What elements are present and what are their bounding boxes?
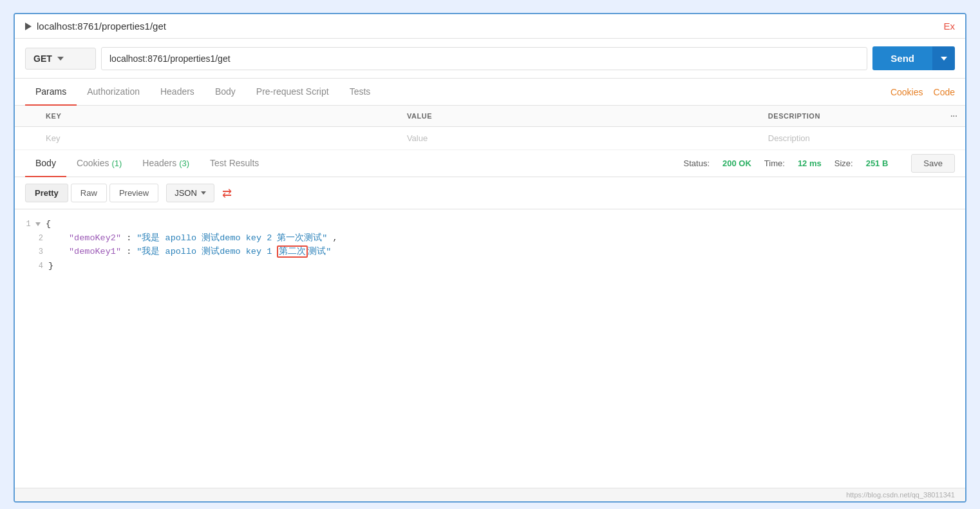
value-col-header: VALUE — [399, 106, 760, 127]
code-brace-open: { — [46, 217, 51, 231]
checkbox-col-header — [15, 106, 38, 127]
line-num-1: 1 — [25, 218, 43, 231]
save-button[interactable]: Save — [911, 154, 955, 173]
row-value-placeholder[interactable]: Value — [399, 127, 760, 150]
response-tab-test-results[interactable]: Test Results — [200, 150, 269, 177]
tab-headers[interactable]: Headers — [150, 79, 205, 106]
tab-tests[interactable]: Tests — [339, 79, 381, 106]
code-line-2: 2 "demoKey2" : "我是 apollo 测试demo key 2 第… — [25, 231, 955, 245]
row-desc-placeholder[interactable]: Description — [760, 127, 943, 150]
code-brace-close: } — [48, 259, 53, 273]
postman-window: localhost:8761/properties1/get Ex GET Se… — [14, 13, 966, 503]
params-table: KEY VALUE DESCRIPTION ··· Key Value Desc… — [15, 106, 965, 150]
status-label: Status: — [684, 158, 710, 168]
code-val-3-after: 测试" — [308, 247, 331, 256]
footer-bar: https://blog.csdn.net/qq_38011341 — [15, 488, 965, 501]
response-tab-headers[interactable]: Headers (3) — [132, 150, 200, 177]
response-status: Status: 200 OK Time: 12 ms Size: 251 B S… — [684, 154, 955, 173]
status-value: 200 OK — [722, 158, 751, 168]
size-value: 251 B — [866, 158, 889, 168]
tab-pre-request-script[interactable]: Pre-request Script — [246, 79, 339, 106]
params-section: KEY VALUE DESCRIPTION ··· Key Value Desc… — [15, 106, 965, 150]
line-num-3: 3 — [25, 246, 43, 258]
title-bar-left: localhost:8761/properties1/get — [25, 21, 166, 32]
close-button[interactable]: Ex — [943, 21, 955, 32]
cookies-link[interactable]: Cookies — [890, 87, 923, 97]
tab-params[interactable]: Params — [25, 79, 77, 106]
format-preview-button[interactable]: Preview — [109, 184, 158, 202]
send-button-group: Send — [872, 46, 955, 70]
code-val-3-before: "我是 apollo 测试demo key 1 — [137, 247, 277, 256]
response-tab-cookies[interactable]: Cookies (1) — [66, 150, 132, 177]
code-key-2: "demoKey2" — [69, 233, 121, 243]
send-button[interactable]: Send — [872, 46, 932, 70]
row-checkbox[interactable] — [15, 127, 38, 150]
send-chevron-icon — [941, 57, 947, 61]
json-format-select[interactable]: JSON — [166, 184, 214, 202]
json-label: JSON — [174, 188, 197, 198]
desc-col-header: DESCRIPTION — [760, 106, 943, 127]
tabs-right: Cookies Code — [890, 87, 955, 97]
size-label: Size: — [834, 158, 853, 168]
body-toolbar: Pretty Raw Preview JSON ⇄ — [15, 177, 965, 209]
request-tabs-row: Params Authorization Headers Body Pre-re… — [15, 79, 965, 106]
method-select[interactable]: GET — [25, 48, 96, 70]
code-val-3-highlighted: 第二次 — [277, 245, 308, 258]
code-line-1: 1 { — [25, 217, 955, 231]
method-chevron-icon — [57, 57, 64, 61]
title-bar: localhost:8761/properties1/get Ex — [15, 14, 965, 39]
tab-authorization[interactable]: Authorization — [77, 79, 150, 106]
row-dots — [943, 127, 965, 150]
params-placeholder-row: Key Value Description — [15, 127, 965, 150]
arrow-icon — [35, 222, 41, 226]
code-area: 1 { 2 "demoKey2" : "我是 apollo 测试demo key… — [15, 209, 965, 488]
row-key-placeholder[interactable]: Key — [38, 127, 399, 150]
format-pretty-button[interactable]: Pretty — [25, 184, 68, 202]
wrap-icon[interactable]: ⇄ — [222, 186, 232, 200]
json-chevron-icon — [201, 191, 206, 195]
dots-col-header: ··· — [943, 106, 965, 127]
url-input[interactable] — [101, 47, 867, 70]
time-label: Time: — [764, 158, 785, 168]
response-tabs-row: Body Cookies (1) Headers (3) Test Result… — [15, 150, 965, 177]
tab-body[interactable]: Body — [205, 79, 246, 106]
time-value: 12 ms — [798, 158, 822, 168]
code-line-4: 4 } — [25, 259, 955, 273]
code-link[interactable]: Code — [934, 87, 955, 97]
method-label: GET — [33, 53, 52, 64]
url-bar: GET Send — [15, 39, 965, 79]
key-col-header: KEY — [38, 106, 399, 127]
line-num-4: 4 — [25, 260, 43, 273]
format-raw-button[interactable]: Raw — [71, 184, 107, 202]
footer-url: https://blog.csdn.net/qq_38011341 — [846, 491, 955, 499]
send-dropdown-button[interactable] — [932, 46, 955, 70]
collapse-icon[interactable] — [25, 23, 32, 30]
response-tab-body[interactable]: Body — [25, 150, 66, 177]
code-line-3: 3 "demoKey1" : "我是 apollo 测试demo key 1 第… — [25, 245, 955, 259]
code-key-3: "demoKey1" — [69, 247, 121, 256]
window-title: localhost:8761/properties1/get — [37, 21, 166, 32]
code-val-2: "我是 apollo 测试demo key 2 第一次测试" — [137, 233, 327, 243]
line-num-2: 2 — [25, 233, 43, 245]
